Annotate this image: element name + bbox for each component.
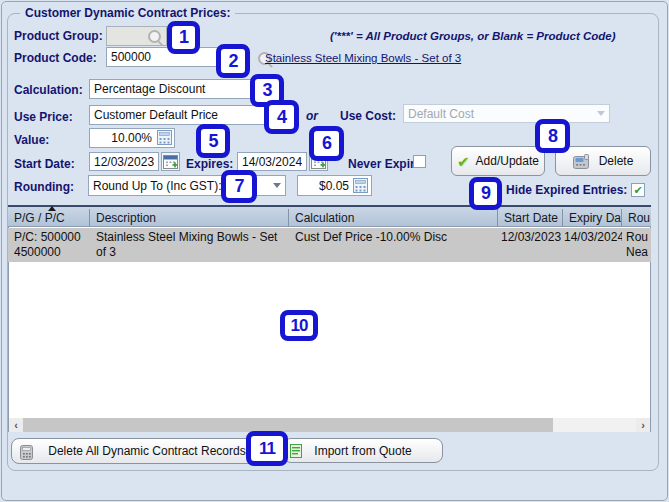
use-price-label: Use Price: [14, 110, 73, 124]
use-cost-value: Default Cost [408, 107, 474, 121]
import-from-quote-button[interactable]: Import from Quote [283, 438, 443, 463]
horizontal-scrollbar[interactable]: ‹ › [9, 418, 650, 432]
green-check-icon: ✔ [457, 154, 470, 169]
annotation-badge-8: 8 [535, 119, 570, 153]
chevron-down-icon [273, 183, 281, 188]
annotation-badge-4: 4 [264, 100, 299, 134]
column-header-expiry-date[interactable]: Expiry Da... [563, 209, 622, 227]
table-header: P/G / P/C Description Calculation Start … [8, 205, 651, 227]
value-calculator-icon[interactable] [157, 130, 172, 145]
product-group-search-icon[interactable] [148, 30, 161, 43]
delete-label: Delete [599, 154, 634, 168]
groupbox-title: Customer Dynamic Contract Prices: [20, 6, 235, 20]
use-cost-dropdown[interactable]: Default Cost [403, 104, 610, 123]
cell-description: Stainless Steel Mixing Bowls - Set of 3 [96, 230, 291, 260]
import-quote-icon [290, 444, 302, 458]
cell-expiry-date: 14/03/2024 [564, 230, 622, 245]
add-update-label: Add/Update [476, 154, 539, 168]
expires-input[interactable] [237, 152, 307, 171]
start-date-label: Start Date: [14, 157, 75, 171]
scroll-right-icon[interactable]: › [636, 418, 650, 432]
table-row[interactable]: P/C: 500000 4500000 Stainless Steel Mixi… [8, 228, 651, 262]
product-group-note: ('***' = All Product Groups, or Blank = … [330, 30, 616, 42]
column-header-rounding[interactable]: Rou [622, 209, 650, 227]
annotation-badge-10: 10 [280, 310, 318, 341]
rounding-calculator-icon[interactable] [353, 178, 368, 193]
value-label: Value: [14, 133, 49, 147]
scroll-left-icon[interactable]: ‹ [9, 418, 23, 432]
start-date-input[interactable] [89, 152, 159, 171]
product-group-label: Product Group: [14, 29, 103, 43]
add-update-button[interactable]: ✔ Add/Update [451, 146, 545, 176]
annotation-badge-2: 2 [216, 44, 250, 78]
delete-all-calculator-icon [20, 444, 33, 460]
delete-all-button[interactable]: Delete All Dynamic Contract Records [11, 438, 283, 464]
annotation-badge-5: 5 [196, 124, 230, 158]
rounding-value: Round Up To (Inc GST): [93, 179, 222, 193]
annotation-badge-6: 6 [309, 126, 344, 161]
hide-expired-label: Hide Expired Entries: [506, 183, 627, 197]
column-header-start-date[interactable]: Start Date [498, 209, 563, 227]
never-expire-checkbox[interactable] [413, 155, 426, 168]
sort-ascending-icon [48, 206, 56, 211]
cell-start-date: 12/03/2023 [501, 230, 561, 245]
import-quote-label: Import from Quote [314, 444, 411, 458]
cell-rounding: Rou Nea [626, 230, 651, 260]
annotation-badge-7: 7 [221, 170, 257, 203]
annotation-badge-1: 1 [167, 21, 200, 54]
calculation-input[interactable] [89, 79, 257, 99]
product-code-label: Product Code: [14, 51, 97, 65]
annotation-badge-9: 9 [469, 177, 502, 210]
column-header-description[interactable]: Description [90, 209, 289, 227]
delete-button[interactable]: Delete [555, 146, 651, 176]
hide-expired-checkbox[interactable] [631, 183, 645, 197]
chevron-down-icon [597, 111, 605, 116]
column-header-pgpc[interactable]: P/G / P/C [8, 209, 90, 227]
column-header-calculation[interactable]: Calculation [289, 209, 498, 227]
start-date-calendar-icon[interactable] [161, 152, 180, 171]
cell-calculation: Cust Def Price -10.00% Disc [295, 230, 495, 245]
expires-label: Expires: [186, 157, 233, 171]
product-description-link[interactable]: Stainless Steel Mixing Bowls - Set of 3 [265, 52, 461, 64]
or-text: or [306, 109, 318, 123]
delete-calculator-icon [573, 154, 589, 169]
calculation-label: Calculation: [14, 83, 83, 97]
scrollbar-thumb[interactable] [23, 418, 553, 432]
use-price-input[interactable] [89, 105, 277, 125]
annotation-badge-11: 11 [246, 431, 288, 466]
cell-pgpc: P/C: 500000 4500000 [14, 230, 92, 260]
delete-all-label: Delete All Dynamic Contract Records [48, 444, 245, 458]
use-cost-label: Use Cost: [340, 109, 396, 123]
rounding-label: Rounding: [14, 180, 74, 194]
